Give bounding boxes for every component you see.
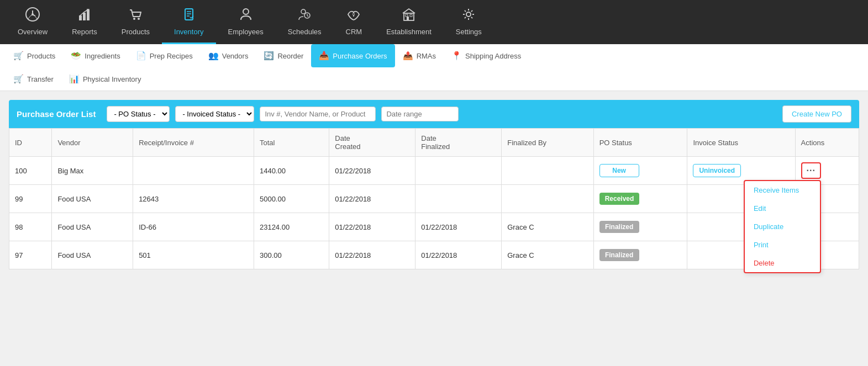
subnav-ingredients[interactable]: 🥗 Ingredients	[63, 44, 128, 67]
nav-overview[interactable]: Overview	[6, 0, 60, 44]
overview-icon	[25, 7, 40, 24]
subnav-transfer-icon: 🛒	[13, 74, 24, 84]
subnav-vendors[interactable]: 👥 Vendors	[201, 44, 256, 67]
col-total: Total	[254, 129, 329, 157]
col-vendor: Vendor	[52, 129, 133, 157]
nav-settings[interactable]: Settings	[444, 0, 494, 44]
subnav-purchase-orders-icon: 📥	[319, 51, 329, 61]
nav-reports[interactable]: Reports	[60, 0, 109, 44]
create-new-po-button[interactable]: Create New PO	[782, 105, 851, 123]
cell-po-status: New	[593, 157, 687, 185]
subnav-shipping-address-label: Shipping Address	[465, 52, 521, 60]
subnav-prep-recipes-icon: 📄	[136, 51, 146, 61]
cell-finalized-by: Grace C	[502, 213, 593, 241]
dropdown-menu: Receive Items Edit Duplicate Print Delet…	[744, 180, 821, 273]
actions-dropdown[interactable]: ··· Receive Items Edit Duplicate Print D…	[801, 162, 821, 179]
subnav-physical-inventory-label: Physical Inventory	[83, 75, 141, 83]
products-icon	[128, 7, 143, 24]
date-range-input[interactable]	[381, 107, 459, 121]
cell-total: 23124.00	[254, 213, 329, 241]
po-table-body: 100 Big Max 1440.00 01/22/2018 New Uninv…	[9, 157, 859, 269]
dropdown-edit[interactable]: Edit	[745, 199, 820, 218]
nav-products[interactable]: Products	[109, 0, 162, 44]
col-date-created: DateCreated	[329, 129, 415, 157]
nav-crm-label: CRM	[346, 28, 362, 36]
cell-total: 300.00	[254, 241, 329, 269]
inventory-icon	[181, 7, 197, 24]
table-row: 97 Food USA 501 300.00 01/22/2018 01/22/…	[9, 241, 859, 269]
cell-po-status: Received	[593, 185, 687, 213]
cell-date-finalized: 01/22/2018	[415, 213, 502, 241]
search-input[interactable]	[260, 107, 376, 121]
cell-date-created: 01/22/2018	[329, 185, 415, 213]
actions-dots-button[interactable]: ···	[801, 162, 821, 179]
nav-employees-label: Employees	[228, 28, 264, 36]
cell-total: 1440.00	[254, 157, 329, 185]
invoiced-status-select[interactable]: - Invoiced Status -	[175, 106, 254, 122]
invoice-status-badge: Uninvoiced	[693, 164, 741, 177]
table-row: 100 Big Max 1440.00 01/22/2018 New Uninv…	[9, 157, 859, 185]
nav-employees[interactable]: Employees	[216, 0, 276, 44]
nav-establishment[interactable]: Establishment	[374, 0, 444, 44]
col-finalized-by: Finalized By	[502, 129, 593, 157]
subnav-reorder-icon: 🔄	[264, 51, 274, 61]
schedules-icon	[297, 7, 312, 24]
cell-id: 99	[9, 185, 52, 213]
cell-vendor: Food USA	[52, 185, 133, 213]
subnav-transfer[interactable]: 🛒 Transfer	[6, 67, 61, 91]
nav-crm[interactable]: CRM	[334, 0, 375, 44]
cell-receipt: 12643	[133, 185, 254, 213]
subnav-reorder-label: Reorder	[277, 52, 303, 60]
subnav-transfer-label: Transfer	[27, 75, 54, 83]
dropdown-delete[interactable]: Delete	[745, 254, 820, 272]
dropdown-receive-items[interactable]: Receive Items	[745, 181, 820, 199]
svg-rect-18	[410, 14, 412, 17]
svg-point-6	[138, 18, 140, 20]
cell-actions: ··· Receive Items Edit Duplicate Print D…	[795, 157, 859, 185]
nav-reports-label: Reports	[72, 28, 97, 36]
col-invoice-status: Invoice Status	[687, 129, 795, 157]
cell-po-status: Finalized	[593, 241, 687, 269]
subnav-rmas-icon: 📤	[403, 51, 413, 61]
col-receipt: Receipt/Invoice #	[133, 129, 254, 157]
table-row: 98 Food USA ID-66 23124.00 01/22/2018 01…	[9, 213, 859, 241]
cell-date-finalized	[415, 185, 502, 213]
cell-finalized-by	[502, 185, 593, 213]
subnav-products-label: Products	[27, 52, 55, 60]
dropdown-print[interactable]: Print	[745, 236, 820, 254]
svg-line-15	[307, 15, 308, 17]
cell-date-created: 01/22/2018	[329, 157, 415, 185]
subnav-shipping-address[interactable]: 📍 Shipping Address	[444, 44, 529, 67]
po-status-badge: Finalized	[599, 249, 639, 261]
nav-products-label: Products	[122, 28, 150, 36]
subnav-shipping-address-icon: 📍	[451, 51, 462, 61]
nav-inventory[interactable]: Inventory	[162, 0, 215, 44]
employees-icon	[238, 7, 254, 24]
nav-schedules[interactable]: Schedules	[276, 0, 334, 44]
subnav-rmas[interactable]: 📤 RMAs	[395, 44, 444, 67]
svg-rect-17	[407, 17, 409, 20]
col-id: ID	[9, 129, 52, 157]
subnav-reorder[interactable]: 🔄 Reorder	[256, 44, 311, 67]
cell-date-finalized: 01/22/2018	[415, 241, 502, 269]
svg-point-11	[243, 9, 249, 14]
subnav-physical-inventory-icon: 📊	[69, 74, 80, 84]
nav-settings-label: Settings	[456, 28, 482, 36]
table-row: 99 Food USA 12643 5000.00 01/22/2018 Rec…	[9, 185, 859, 213]
svg-rect-19	[406, 14, 408, 17]
cell-receipt: ID-66	[133, 213, 254, 241]
svg-point-5	[133, 18, 135, 20]
subnav-purchase-orders-label: Purchase Orders	[333, 52, 387, 60]
subnav-physical-inventory[interactable]: 📊 Physical Inventory	[61, 67, 149, 91]
dropdown-duplicate[interactable]: Duplicate	[745, 218, 820, 236]
svg-rect-2	[79, 15, 82, 20]
subnav-prep-recipes[interactable]: 📄 Prep Recipes	[128, 44, 201, 67]
cell-receipt	[133, 157, 254, 185]
po-status-select[interactable]: - PO Status -	[107, 106, 170, 122]
cell-id: 97	[9, 241, 52, 269]
subnav-prep-recipes-label: Prep Recipes	[150, 52, 193, 60]
subnav-purchase-orders[interactable]: 📥 Purchase Orders	[311, 44, 394, 67]
subnav-products[interactable]: 🛒 Products	[6, 44, 63, 67]
col-actions: Actions	[795, 129, 859, 157]
crm-icon	[346, 7, 361, 24]
